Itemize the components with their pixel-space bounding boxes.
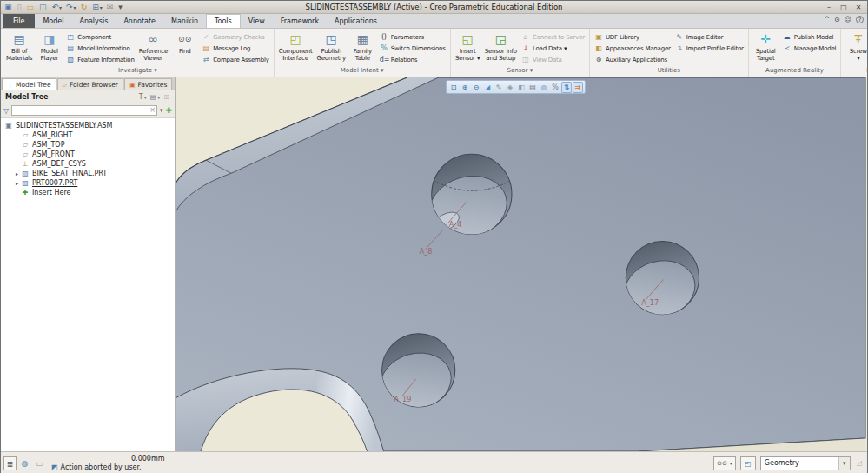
- ribbon-small-button[interactable]: d= Relations: [378, 55, 447, 65]
- graphics-tool-icon[interactable]: ⇉: [573, 82, 583, 93]
- ribbon-small-button[interactable]: ◳ Component: [64, 32, 136, 43]
- selection-filter-select[interactable]: Geometry ▾: [760, 456, 851, 470]
- panel-header-icon[interactable]: ▤▾: [150, 93, 161, 101]
- ribbon-small-button[interactable]: ✎ Image Editor: [673, 32, 745, 43]
- ribbon-tab[interactable]: Model: [35, 14, 71, 28]
- ribbon-small-button[interactable]: ⇄ Compare Assembly: [200, 55, 271, 65]
- ribbon-small-button[interactable]: ▤ Model Information: [64, 43, 136, 54]
- ribbon-tab[interactable]: View: [241, 14, 273, 28]
- filter-funnel-icon[interactable]: ▽: [3, 107, 9, 115]
- graphics-tool-icon[interactable]: ⊡: [448, 82, 459, 93]
- quick-access-button[interactable]: ▣: [3, 2, 14, 13]
- group-label-augmented-reality[interactable]: Augmented Reality: [749, 67, 841, 77]
- bill-of-materials-button[interactable]: ▤ Bill of Materials: [4, 30, 34, 62]
- quick-access-button[interactable]: ↻: [80, 2, 89, 13]
- ribbon-small-button[interactable]: ▤ Message Log: [200, 43, 271, 54]
- quick-access-button[interactable]: ✉: [106, 2, 116, 13]
- tree-item[interactable]: ✚ Insert Here: [1, 188, 175, 197]
- expand-arrow-icon[interactable]: ▸: [13, 180, 21, 186]
- graphics-tool-icon[interactable]: ⇅: [561, 82, 572, 93]
- model-player-button[interactable]: ◨ Model Player: [35, 30, 63, 62]
- find-button[interactable]: ⊙⊙ Find: [170, 30, 199, 55]
- tree-search-input[interactable]: [11, 105, 157, 116]
- ribbon-utility-icon[interactable]: ^: [824, 16, 830, 23]
- quick-access-button[interactable]: ▾: [117, 2, 124, 13]
- search-options-caret[interactable]: ▾: [160, 107, 163, 114]
- publish-geometry-button[interactable]: ◳ Publish Geometry: [315, 30, 348, 62]
- graphics-tool-icon[interactable]: ◢: [482, 82, 493, 93]
- graphics-tool-icon[interactable]: ◈: [505, 82, 515, 93]
- panel-tab[interactable]: ▱ Folder Browser: [57, 78, 123, 90]
- window-control-button[interactable]: ✕: [852, 3, 865, 11]
- ribbon-small-button[interactable]: % Switch Dimensions: [378, 43, 447, 54]
- ribbon-tab[interactable]: Manikin: [163, 14, 206, 28]
- ribbon-tab[interactable]: Framework: [273, 14, 327, 28]
- 3d-viewport[interactable]: A_4 A_8 A_17 A_19: [176, 77, 867, 451]
- clear-search-icon[interactable]: ×: [149, 106, 156, 114]
- ribbon-tab[interactable]: Annotate: [116, 14, 163, 28]
- ribbon-small-button[interactable]: ⌂ Connect to Server: [520, 32, 586, 43]
- ribbon-small-button[interactable]: ▧ Feature Information: [64, 55, 136, 65]
- ribbon-small-button[interactable]: () Parameters: [378, 32, 447, 43]
- quick-access-button[interactable]: ▭: [25, 2, 36, 13]
- quick-access-button[interactable]: ◫: [38, 2, 49, 13]
- group-label-model-intent[interactable]: Model Intent ▾: [275, 67, 450, 77]
- group-label-sensor[interactable]: Sensor ▾: [451, 67, 589, 77]
- status-icon[interactable]: ▭: [33, 456, 46, 470]
- ribbon-small-button[interactable]: ▣ UDF Library: [593, 32, 673, 43]
- 3d-model-canvas[interactable]: A_4 A_8 A_17 A_19: [176, 77, 867, 451]
- quick-access-button[interactable]: ↶▾: [51, 2, 63, 13]
- graphics-tool-icon[interactable]: ⊖: [471, 82, 481, 93]
- ribbon-small-button[interactable]: ◧ Appearances Manager: [593, 43, 673, 54]
- ribbon-tab[interactable]: Tools: [206, 14, 241, 28]
- tree-item[interactable]: ⊥ ASM_DEF_CSYS: [1, 159, 175, 169]
- tree-item[interactable]: ▱ ASM_RIGHT: [1, 130, 175, 140]
- ribbon-small-button[interactable]: ↴ Import Profile Editor: [673, 43, 745, 54]
- tree-item[interactable]: ▱ ASM_FRONT: [1, 150, 175, 159]
- graphics-tool-icon[interactable]: %: [550, 82, 560, 93]
- ribbon-small-button[interactable]: ↓ Load Data ▾: [520, 43, 586, 54]
- tree-item[interactable]: ▸ ▧ PRT0007.PRT: [1, 178, 175, 188]
- ribbon-tab[interactable]: File: [3, 14, 35, 28]
- tree-item[interactable]: ▱ ASM_TOP: [1, 140, 175, 150]
- quick-access-button[interactable]: ⊞▾: [91, 2, 103, 13]
- ribbon-small-button[interactable]: ≺ Manage Model: [781, 43, 838, 54]
- tree-item[interactable]: ▸ ▧ BIKE_SEAT_FINAL.PRT: [1, 169, 175, 178]
- ribbon-tab[interactable]: Applications: [327, 14, 385, 28]
- window-control-button[interactable]: □: [838, 3, 850, 11]
- graphics-tool-icon[interactable]: ◍: [539, 82, 549, 93]
- expand-arrow-icon[interactable]: ▸: [13, 170, 21, 177]
- panel-header-icon[interactable]: Ŧ▾: [139, 93, 147, 101]
- spatial-target-button[interactable]: ✛ Spatial Target: [752, 30, 780, 62]
- add-filter-icon[interactable]: ✚: [165, 106, 172, 115]
- group-label-utilities[interactable]: Utilities: [590, 67, 748, 77]
- screw-button[interactable]: Ŧ Screw ▾: [844, 30, 867, 62]
- ribbon-tab[interactable]: Analysis: [71, 14, 116, 28]
- resize-grip[interactable]: ◿: [857, 459, 862, 467]
- panel-header-icon[interactable]: ⊞: [163, 93, 170, 101]
- window-select-button[interactable]: ◰: [740, 456, 756, 470]
- group-label-intelligent-fastener[interactable]: Intelligent Fastener ▾: [841, 67, 867, 77]
- window-control-button[interactable]: –: [823, 3, 835, 11]
- ribbon-utility-icon[interactable]: ⊙: [834, 16, 840, 23]
- graphics-tool-icon[interactable]: ✎: [494, 82, 504, 93]
- ribbon-small-button[interactable]: ☁ Publish Model: [781, 32, 838, 43]
- sensor-info-setup-button[interactable]: ◲ Sensor Info and Setup: [483, 30, 519, 62]
- graphics-tool-icon[interactable]: ▤: [527, 82, 538, 93]
- graphics-tool-icon[interactable]: ◧: [516, 82, 527, 93]
- reference-viewer-button[interactable]: ∞ Reference Viewer: [137, 30, 169, 62]
- ribbon-utility-icon[interactable]: ?: [856, 16, 864, 23]
- quick-access-button[interactable]: ↷▾: [65, 2, 77, 13]
- graphics-tool-icon[interactable]: ⊕: [460, 82, 470, 93]
- insert-sensor-button[interactable]: ◱ Insert Sensor ▾: [454, 30, 482, 62]
- quick-access-button[interactable]: ▯: [17, 2, 23, 13]
- component-interface-button[interactable]: ◰ Component Interface: [277, 30, 315, 62]
- search-button[interactable]: ⊙⊙ ▾: [713, 456, 736, 470]
- family-table-button[interactable]: ▦ Family Table: [348, 30, 377, 62]
- ribbon-small-button[interactable]: ◫ View Data: [520, 55, 586, 65]
- group-label-investigate[interactable]: Investigate ▾: [2, 67, 274, 77]
- status-icon[interactable]: ≣: [3, 456, 17, 470]
- panel-tab[interactable]: ⋮ Model Tree: [2, 78, 56, 90]
- ribbon-utility-icon[interactable]: ☺: [845, 16, 851, 23]
- ribbon-small-button[interactable]: ⊛ Auxiliary Applications: [593, 55, 673, 65]
